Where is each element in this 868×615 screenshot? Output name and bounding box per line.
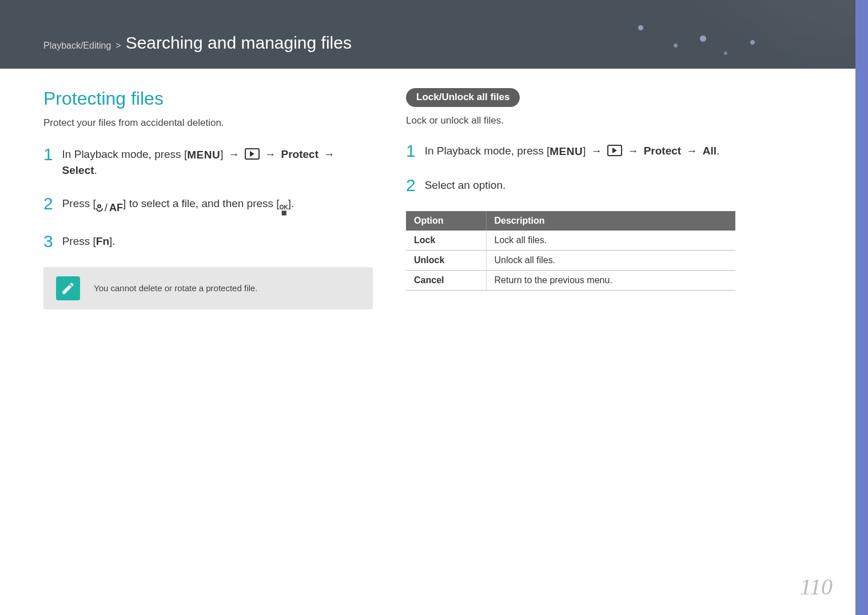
playback-icon	[607, 145, 622, 156]
arrow-icon: →	[226, 147, 242, 162]
menu-item-all: All	[703, 145, 716, 157]
step-text: ].	[109, 235, 116, 247]
table-header-description: Description	[486, 211, 735, 231]
step-number: 2	[406, 177, 416, 194]
lock-steps-list: 1 In Playback mode, press [MENU] → → Pro…	[406, 142, 735, 194]
table-row: Unlock Unlock all files.	[406, 251, 735, 271]
lock-step-2: 2 Select an option.	[406, 177, 735, 194]
option-cancel: Cancel	[406, 271, 486, 291]
step-text: Select an option.	[425, 177, 506, 193]
self-timer-af-icon: / AF	[96, 200, 123, 216]
lock-step-1: 1 In Playback mode, press [MENU] → → Pro…	[406, 142, 735, 160]
section-heading-protecting-files: Protecting files	[43, 88, 373, 109]
menu-button-icon: MENU	[187, 148, 220, 163]
step-number: 1	[406, 142, 416, 160]
protecting-files-lead: Protect your files from accidental delet…	[43, 117, 373, 129]
arrow-icon: →	[321, 147, 337, 162]
step-text: Press [	[62, 235, 96, 247]
arrow-icon: →	[262, 147, 278, 162]
breadcrumb-separator: >	[116, 41, 121, 51]
menu-item-protect: Protect	[644, 145, 681, 157]
note-text: You cannot delete or rotate a protected …	[94, 283, 257, 293]
self-timer-icon	[96, 204, 103, 212]
page-header: Playback/Editing > Searching and managin…	[0, 0, 855, 69]
breadcrumb-category: Playback/Editing	[43, 41, 111, 51]
arrow-icon: →	[589, 144, 604, 159]
step-text: ].	[288, 197, 294, 209]
protect-step-3: 3 Press [Fn].	[43, 233, 373, 250]
table-row: Lock Lock all files.	[406, 231, 735, 251]
page-number: 110	[800, 573, 833, 600]
protect-step-1: 1 In Playback mode, press [MENU] → → Pro…	[43, 146, 373, 178]
step-text: ]	[583, 145, 589, 157]
table-row: Cancel Return to the previous menu.	[406, 271, 735, 291]
protect-step-2: 2 Press [ / AF ] to select a file, and t…	[43, 195, 373, 216]
slash: /	[105, 200, 107, 216]
step-text: In Playback mode, press [	[425, 145, 550, 157]
arrow-icon: →	[625, 144, 640, 159]
menu-item-protect: Protect	[281, 148, 318, 160]
step-number: 3	[43, 233, 53, 250]
right-column: Lock/Unlock all files Lock or unlock all…	[406, 88, 735, 310]
table-header-option: Option	[406, 211, 486, 231]
step-text: .	[94, 164, 97, 176]
step-text: In Playback mode, press [	[62, 148, 188, 160]
option-lock-description: Lock all files.	[486, 231, 735, 251]
option-lock: Lock	[406, 231, 486, 251]
step-number: 2	[43, 195, 53, 212]
step-text: ]	[220, 148, 226, 160]
option-unlock: Unlock	[406, 251, 486, 271]
step-text: Press [	[62, 197, 96, 209]
protect-steps-list: 1 In Playback mode, press [MENU] → → Pro…	[43, 146, 373, 250]
option-cancel-description: Return to the previous menu.	[486, 271, 735, 291]
chapter-side-tab	[855, 0, 868, 615]
note-box: You cannot delete or rotate a protected …	[43, 267, 373, 310]
playback-icon	[245, 148, 260, 160]
menu-item-select: Select	[62, 164, 94, 176]
table-header-row: Option Description	[406, 211, 735, 231]
step-text: .	[716, 145, 719, 157]
options-table: Option Description Lock Lock all files. …	[406, 211, 735, 291]
step-text: ] to select a file, and then press [	[123, 197, 280, 209]
subsection-pill-lock-unlock: Lock/Unlock all files	[406, 88, 520, 107]
menu-button-icon: MENU	[550, 144, 583, 160]
page-title: Searching and managing files	[126, 33, 352, 53]
lock-unlock-lead: Lock or unlock all files.	[406, 115, 735, 126]
ok-button-icon: OK▦	[280, 205, 288, 215]
breadcrumb: Playback/Editing > Searching and managin…	[43, 33, 352, 53]
fn-button-icon: Fn	[96, 235, 109, 247]
header-dots-decoration	[638, 23, 833, 69]
af-icon: AF	[109, 201, 123, 215]
left-column: Protecting files Protect your files from…	[43, 88, 373, 310]
note-pencil-icon	[56, 276, 80, 300]
step-number: 1	[43, 146, 53, 163]
option-unlock-description: Unlock all files.	[486, 251, 735, 271]
arrow-icon: →	[684, 144, 699, 159]
